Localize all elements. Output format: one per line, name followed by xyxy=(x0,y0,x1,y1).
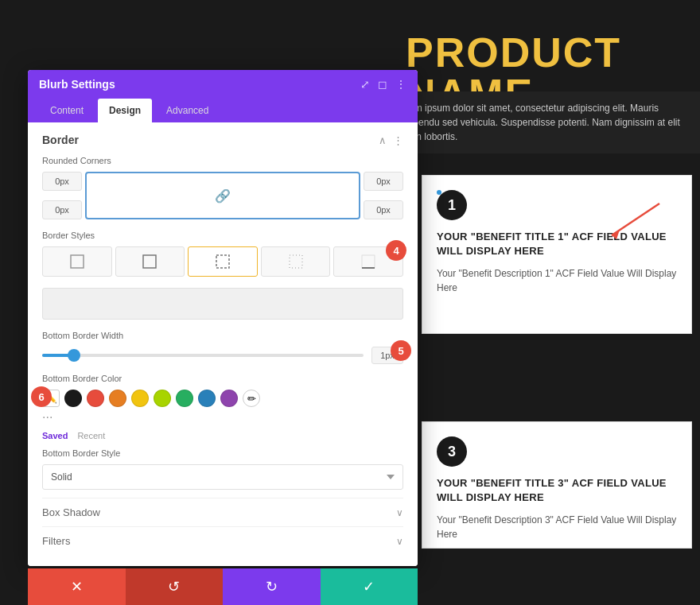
svg-rect-2 xyxy=(71,255,84,268)
swatch-lime[interactable] xyxy=(154,390,171,407)
swatch-red[interactable] xyxy=(87,390,104,407)
slider-track xyxy=(42,354,364,357)
swatch-black[interactable] xyxy=(64,390,82,407)
filters-chevron: ∨ xyxy=(396,536,403,547)
bottom-border-style-select[interactable]: Solid Dashed Dotted Double None xyxy=(42,464,403,490)
border-style-options xyxy=(42,246,403,277)
panel-tabs: Content Design Advanced xyxy=(28,99,418,122)
panel-title: Blurb Settings xyxy=(39,78,115,91)
bottom-border-color-label: Bottom Border Color xyxy=(42,374,403,383)
border-all-btn[interactable] xyxy=(115,246,185,277)
rounded-corners-label: Rounded Corners xyxy=(42,156,403,165)
color-section: ✏️ ✏ 6 xyxy=(42,390,403,407)
action-bar: ✕ ↺ ↻ ✓ xyxy=(28,568,418,605)
svg-rect-5 xyxy=(290,255,302,268)
color-tabs: Saved Recent xyxy=(42,431,403,440)
blue-dot xyxy=(437,190,441,195)
badge-5: 5 xyxy=(391,340,411,361)
corners-grid: 🔗 xyxy=(42,172,403,219)
swatch-green[interactable] xyxy=(176,390,193,407)
undo-button[interactable]: ↺ xyxy=(126,568,224,605)
settings-icon[interactable]: ◻ xyxy=(378,78,387,91)
badge-6: 6 xyxy=(31,386,52,407)
filters-title: Filters xyxy=(42,535,70,547)
slider-thumb[interactable] xyxy=(68,349,80,362)
border-styles-label: Border Styles xyxy=(42,231,403,240)
link-icon[interactable]: 🔗 xyxy=(215,188,231,204)
border-section-header: Border ∧ ⋮ xyxy=(42,134,403,146)
border-style-row: 4 xyxy=(42,246,403,277)
panel-content: Border ∧ ⋮ Rounded Corners 🔗 Border Styl… xyxy=(28,122,418,566)
tab-content[interactable]: Content xyxy=(39,99,95,122)
color-swatches: ✏️ ✏ xyxy=(42,390,403,407)
badge-4: 4 xyxy=(386,240,406,261)
cancel-button[interactable]: ✕ xyxy=(28,568,126,605)
expand-icon[interactable]: ⤢ xyxy=(360,78,370,91)
color-preview-area xyxy=(42,288,403,320)
bottom-border-width-label: Bottom Border Width xyxy=(42,331,403,340)
more-icon[interactable]: ⋮ xyxy=(395,78,406,91)
swatch-orange[interactable] xyxy=(109,390,126,407)
section-icons: ∧ ⋮ xyxy=(379,134,403,146)
benefit-1-number: 1 xyxy=(437,190,467,220)
box-shadow-chevron: ∨ xyxy=(396,507,403,518)
corner-tr-input[interactable] xyxy=(364,172,403,191)
box-shadow-section[interactable]: Box Shadow ∨ xyxy=(42,498,403,526)
save-button[interactable]: ✓ xyxy=(321,568,418,605)
corner-center: 🔗 xyxy=(85,172,360,219)
corner-bl-input[interactable] xyxy=(42,200,82,219)
border-none-btn[interactable] xyxy=(42,246,112,277)
benefit-3-number: 3 xyxy=(437,436,467,467)
redo-button[interactable]: ↻ xyxy=(223,568,321,605)
tab-design[interactable]: Design xyxy=(98,99,152,122)
panel-header: Blurb Settings ⤢ ◻ ⋮ xyxy=(28,70,418,99)
benefit-3-desc: Your "Benefit Description 3" ACF Field V… xyxy=(437,513,677,541)
color-tab-saved[interactable]: Saved xyxy=(42,431,68,440)
benefit-1-desc: Your "Benefit Description 1" ACF Field V… xyxy=(437,266,677,295)
bottom-border-style-label: Bottom Border Style xyxy=(42,448,403,458)
settings-panel: Blurb Settings ⤢ ◻ ⋮ Content Design Adva… xyxy=(28,70,418,566)
dots-row: ··· xyxy=(42,410,403,425)
svg-rect-6 xyxy=(362,255,375,268)
box-shadow-title: Box Shadow xyxy=(42,506,100,518)
swatch-yellow[interactable] xyxy=(131,390,149,407)
description-area: rem ipsum dolor sit amet, consectetur ad… xyxy=(398,91,700,153)
swatch-blue[interactable] xyxy=(198,390,216,407)
panel-header-icons: ⤢ ◻ ⋮ xyxy=(360,78,406,91)
svg-marker-1 xyxy=(612,230,620,239)
svg-rect-4 xyxy=(216,255,229,268)
svg-rect-3 xyxy=(143,255,156,268)
tab-advanced[interactable]: Advanced xyxy=(155,99,220,122)
filters-section[interactable]: Filters ∨ xyxy=(42,526,403,555)
benefit-card-3: 3 YOUR "BENEFIT TITLE 3" ACF FIELD VALUE… xyxy=(422,421,692,549)
description-text: rem ipsum dolor sit amet, consectetur ad… xyxy=(406,101,692,144)
border-dotted-btn[interactable] xyxy=(261,246,331,277)
corner-tl-input[interactable] xyxy=(42,172,82,191)
swatch-pencil[interactable]: ✏ xyxy=(243,390,260,407)
slider-row: 1px 5 xyxy=(42,347,403,364)
border-styles-section: Border Styles xyxy=(42,231,403,277)
border-section-title: Border xyxy=(42,134,79,146)
red-arrow-icon xyxy=(604,200,667,242)
swatch-purple[interactable] xyxy=(220,390,238,407)
benefit-card-1: 1 YOUR "BENEFIT TITLE 1" ACF FIELD VALUE… xyxy=(422,175,692,334)
border-dashed-btn[interactable] xyxy=(188,246,258,277)
more-options-icon[interactable]: ⋮ xyxy=(393,134,403,146)
corner-br-input[interactable] xyxy=(364,200,403,219)
color-tab-recent[interactable]: Recent xyxy=(77,431,105,440)
collapse-icon[interactable]: ∧ xyxy=(379,134,387,146)
benefit-3-title: YOUR "BENEFIT TITLE 3" ACF FIELD VALUE W… xyxy=(437,476,677,505)
